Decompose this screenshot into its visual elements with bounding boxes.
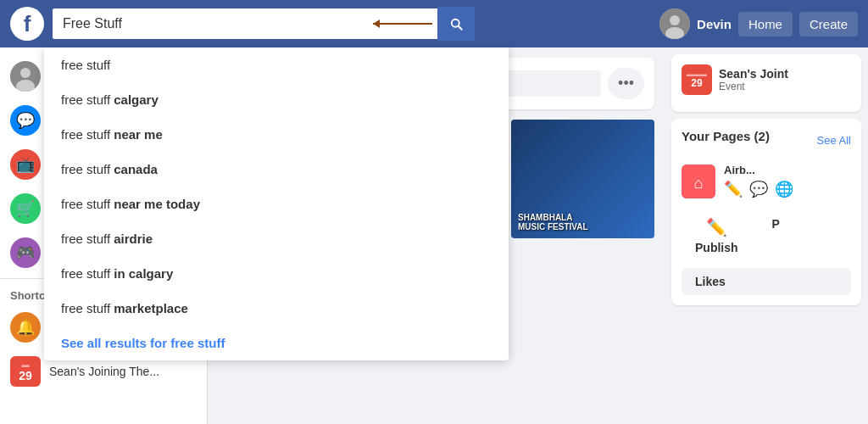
messenger-icon: 💬	[10, 105, 41, 136]
page-action-icons: ✏️ 💬 🌐	[724, 180, 793, 198]
seans-calendar-icon: ▬ 29	[10, 356, 41, 387]
nichehacks-icon: 🔔	[10, 312, 41, 343]
event-info: Sean's Joint Event	[719, 67, 788, 92]
p-icon-2: P	[772, 217, 780, 231]
dropdown-item-4[interactable]: free stuff near me today	[44, 187, 509, 221]
see-all-link[interactable]: See All	[817, 134, 851, 147]
search-icon	[448, 16, 464, 31]
gaming-icon: 🎮	[10, 237, 41, 268]
event-title: Sean's Joint	[719, 67, 788, 81]
svg-text:⌂: ⌂	[694, 175, 704, 192]
navbar: f Devin Home Cre	[0, 0, 868, 47]
dropdown-item-1[interactable]: free stuff calgary	[44, 82, 509, 117]
sidebar-seans-label: Sean's Joining The...	[49, 365, 197, 378]
username-label: Devin	[697, 17, 732, 31]
navbar-right: Devin Home Create	[659, 8, 858, 39]
dropdown-item-6[interactable]: free stuff in calgary	[44, 256, 509, 291]
dropdown-item-7[interactable]: free stuff marketplace	[44, 291, 509, 326]
globe-page-icon[interactable]: 🌐	[775, 180, 793, 198]
sidebar-user-avatar	[10, 61, 41, 92]
event-date-number: 29	[691, 78, 702, 88]
airbnb-logo-svg: ⌂	[682, 165, 715, 198]
dropdown-item-2[interactable]: free stuff near me	[44, 117, 509, 152]
more-button[interactable]: •••	[608, 68, 644, 99]
your-pages-card: Your Pages (2) See All ⌂ Airb... ✏️ 💬 🌐	[671, 119, 861, 305]
search-container	[51, 7, 475, 41]
navbar-left: f	[10, 7, 475, 41]
publish-icon: ✏️	[706, 217, 727, 237]
see-all-results[interactable]: See all results for free stuff	[44, 326, 509, 360]
publish-button[interactable]: ✏️ Publish	[682, 210, 752, 261]
create-button[interactable]: Create	[799, 12, 858, 36]
facebook-logo: f	[10, 7, 44, 41]
event-subtitle: Event	[719, 81, 788, 92]
airbnb-page-item: ⌂ Airb... ✏️ 💬 🌐	[682, 159, 851, 204]
svg-point-1	[670, 15, 680, 25]
image-3: SHAMBHALAMUSIC FESTIVAL	[511, 120, 654, 238]
marketplace-icon: 🛒	[10, 193, 41, 224]
p-button-2[interactable]: P	[759, 210, 793, 261]
likes-button[interactable]: Likes	[682, 268, 851, 295]
event-card-header: ▬▬▬ 29 Sean's Joint Event	[682, 64, 851, 95]
event-card: ▬▬▬ 29 Sean's Joint Event	[671, 54, 861, 112]
chat-page-icon[interactable]: 💬	[749, 180, 768, 198]
search-dropdown: free stuff free stuff calgary free stuff…	[44, 47, 509, 360]
user-avatar	[659, 8, 690, 39]
dropdown-item-3[interactable]: free stuff canada	[44, 152, 509, 187]
sidebar-avatar-img	[10, 61, 41, 92]
home-button[interactable]: Home	[738, 12, 793, 36]
svg-point-4	[20, 68, 31, 78]
img-text-3: SHAMBHALAMUSIC FESTIVAL	[518, 213, 588, 232]
publish-label: Publish	[695, 241, 738, 254]
your-pages-title: Your Pages (2)	[682, 129, 770, 143]
right-sidebar: ▬▬▬ 29 Sean's Joint Event Your Pages (2)…	[665, 47, 868, 424]
search-input[interactable]	[51, 7, 475, 41]
watch-icon: 📺	[10, 149, 41, 180]
avatar-img	[659, 8, 690, 39]
airbnb-logo: ⌂	[682, 165, 715, 198]
airbnb-info: Airb... ✏️ 💬 🌐	[724, 164, 793, 198]
airbnb-name: Airb...	[724, 164, 793, 176]
edit-page-icon[interactable]: ✏️	[724, 180, 743, 198]
dropdown-item-0[interactable]: free stuff	[44, 47, 509, 82]
event-calendar-icon: ▬▬▬ 29	[682, 64, 712, 95]
dropdown-item-5[interactable]: free stuff airdrie	[44, 221, 509, 256]
search-button[interactable]	[437, 7, 475, 41]
